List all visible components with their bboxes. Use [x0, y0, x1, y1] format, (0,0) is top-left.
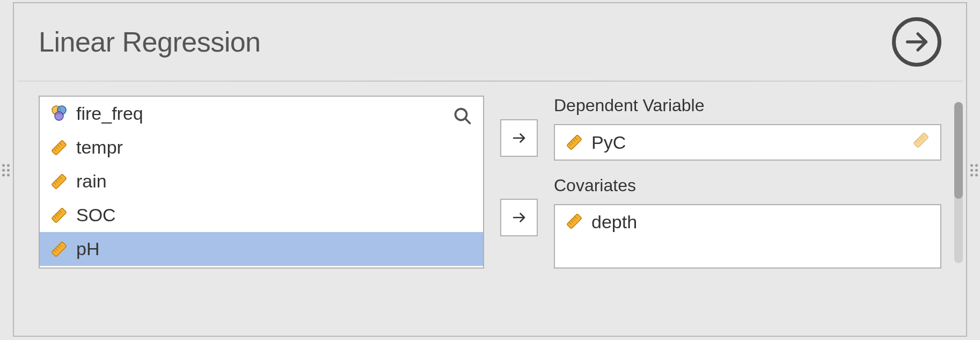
assign-dependent-button[interactable]	[500, 119, 538, 157]
analysis-panel: Linear Regression	[13, 2, 967, 337]
panel-header: Linear Regression	[14, 3, 966, 81]
variable-item[interactable]: pH	[40, 232, 483, 266]
svg-rect-38	[567, 214, 582, 229]
variable-label: rain	[76, 171, 107, 192]
content-area: fire_freq tempr	[14, 82, 966, 269]
variable-label: fire_freq	[76, 103, 143, 124]
resize-handle-left[interactable]	[2, 164, 10, 176]
svg-rect-21	[52, 241, 67, 256]
scale-icon	[565, 212, 584, 231]
scale-icon	[565, 133, 584, 152]
svg-rect-6	[52, 140, 67, 155]
covariates-label: Covariates	[554, 176, 941, 196]
panel-title: Linear Regression	[39, 26, 261, 58]
variable-item[interactable]: tempr	[40, 131, 483, 164]
scale-icon	[49, 240, 69, 259]
svg-rect-11	[52, 173, 67, 189]
assign-buttons-column	[500, 96, 538, 269]
target-fields-column: Dependent Variable PyC	[554, 96, 941, 269]
arrow-right-icon	[903, 28, 931, 56]
assign-covariates-button[interactable]	[500, 199, 538, 236]
arrow-right-icon	[511, 130, 527, 146]
covariates-dropbox[interactable]: depth	[554, 204, 941, 269]
variable-item[interactable]: SOC	[40, 198, 483, 232]
variable-label: pH	[76, 238, 99, 259]
available-variables-list[interactable]: fire_freq tempr	[39, 96, 484, 269]
variable-item[interactable]: fire_freq	[40, 97, 483, 131]
search-button[interactable]	[453, 106, 472, 128]
dependent-variable-dropbox[interactable]: PyC	[554, 124, 941, 161]
scale-type-indicator-icon	[911, 131, 931, 154]
arrow-right-icon	[511, 209, 527, 226]
variable-item[interactable]: rain	[40, 164, 483, 198]
scale-icon	[49, 138, 69, 157]
scale-icon	[49, 172, 69, 191]
scale-icon	[49, 206, 69, 225]
svg-rect-28	[567, 135, 582, 150]
search-icon	[453, 106, 472, 126]
covariate-item-label: depth	[591, 212, 637, 233]
scrollbar-thumb[interactable]	[954, 102, 963, 199]
nominal-icon	[49, 104, 69, 124]
svg-line-2	[465, 119, 470, 124]
svg-rect-16	[52, 207, 67, 222]
variable-label: tempr	[76, 137, 123, 158]
resize-handle-right[interactable]	[970, 164, 978, 176]
dependent-variable-label: Dependent Variable	[554, 96, 941, 115]
dependent-variable-value: PyC	[591, 132, 626, 153]
panel-scrollbar[interactable]	[954, 102, 963, 263]
variable-label: SOC	[76, 205, 116, 226]
run-analysis-button[interactable]	[892, 17, 941, 67]
svg-point-5	[55, 112, 63, 120]
svg-rect-33	[913, 133, 928, 148]
